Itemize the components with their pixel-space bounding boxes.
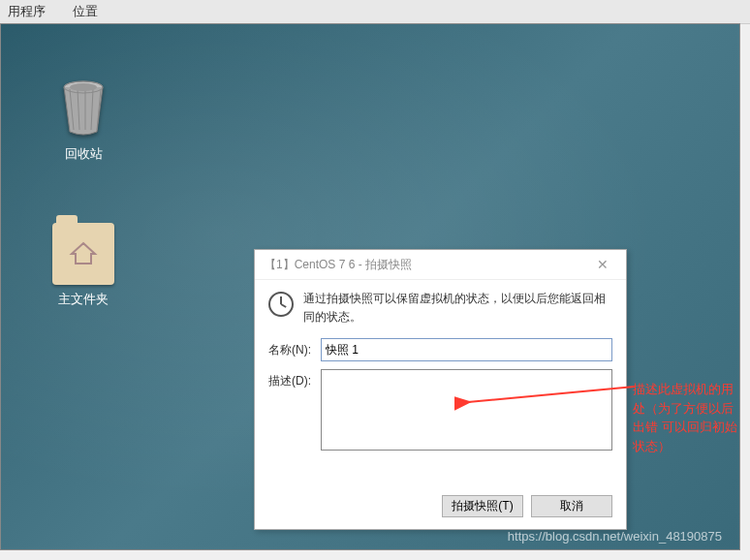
snapshot-name-input[interactable] xyxy=(321,338,612,361)
cancel-button[interactable]: 取消 xyxy=(531,495,612,517)
menu-location[interactable]: 位置 xyxy=(73,3,98,20)
close-icon[interactable]: ✕ xyxy=(589,257,616,272)
name-label: 名称(N): xyxy=(268,338,321,358)
desktop-icon-home[interactable]: 主文件夹 xyxy=(40,223,127,308)
snapshot-dialog: 【1】CentOS 7 6 - 拍摄快照 ✕ 通过拍摄快照可以保留虚拟机的状态，… xyxy=(254,249,627,530)
take-snapshot-button[interactable]: 拍摄快照(T) xyxy=(442,495,523,517)
svg-point-2 xyxy=(70,83,97,91)
dialog-title-text: 【1】CentOS 7 6 - 拍摄快照 xyxy=(265,257,412,273)
description-label: 描述(D): xyxy=(268,369,321,389)
desktop-icon-trash-label: 回收站 xyxy=(40,145,127,163)
menubar: 用程序 位置 xyxy=(0,0,750,24)
menu-programs[interactable]: 用程序 xyxy=(8,3,46,20)
trash-icon xyxy=(52,78,114,140)
folder-home-icon xyxy=(52,223,114,285)
desktop-icon-home-label: 主文件夹 xyxy=(40,291,127,308)
clock-icon xyxy=(268,292,294,317)
watermark: https://blog.csdn.net/weixin_48190875 xyxy=(508,529,722,544)
snapshot-description-input[interactable] xyxy=(321,369,612,451)
desktop: 回收站 主文件夹 【1】CentOS 7 6 - 拍摄快照 ✕ 通过拍摄快照可以… xyxy=(0,23,740,550)
dialog-titlebar: 【1】CentOS 7 6 - 拍摄快照 ✕ xyxy=(255,250,626,280)
desktop-icon-trash[interactable]: 回收站 xyxy=(40,78,127,163)
annotation-text: 描述此虚拟机的用处（为了方便以后出错 可以回归初始状态） xyxy=(633,380,739,455)
dialog-info-text: 通过拍摄快照可以保留虚拟机的状态，以便以后您能返回相同的状态。 xyxy=(303,290,612,327)
